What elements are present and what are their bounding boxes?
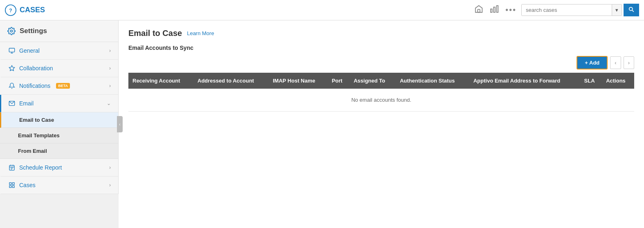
svg-marker-12 (9, 65, 14, 71)
email-subitems: Email to Case Email Templates From Email (0, 112, 118, 159)
more-icon[interactable]: ••• (505, 5, 516, 15)
email-templates-label: Email Templates (18, 132, 60, 139)
col-receiving-account: Receiving Account (128, 73, 193, 89)
page-title: Email to Case (128, 29, 182, 38)
learn-more-link[interactable]: Learn More (187, 30, 214, 36)
sidebar-settings-label: Settings (20, 27, 47, 35)
search-dropdown-button[interactable]: ▾ (612, 4, 622, 16)
search-button[interactable] (624, 4, 639, 16)
sidebar-item-email[interactable]: Email ⌄ (0, 95, 118, 112)
cases-arrow: › (109, 182, 111, 188)
col-authentication-status: Authentication Status (396, 73, 469, 89)
sidebar-wrapper: Settings General › (0, 20, 119, 228)
general-arrow: › (109, 48, 111, 54)
svg-rect-5 (496, 6, 498, 13)
prev-page-button[interactable]: ‹ (610, 56, 621, 69)
svg-rect-22 (9, 186, 11, 188)
search-input[interactable] (522, 4, 612, 16)
sidebar-label-collaboration: Collaboration (19, 65, 53, 72)
empty-state-row: No email accounts found. (128, 89, 634, 112)
col-port: Port (328, 73, 350, 89)
beta-badge: BETA (56, 83, 70, 89)
table-toolbar: + Add ‹ › (128, 56, 634, 69)
chart-icon[interactable] (490, 4, 499, 16)
sidebar-label-cases: Cases (19, 182, 36, 188)
svg-rect-4 (494, 7, 495, 12)
sidebar: Settings General › (0, 20, 119, 194)
svg-text:?: ? (9, 7, 12, 13)
app-title: CASES (20, 6, 45, 14)
sidebar-subitem-email-templates[interactable]: Email Templates (0, 128, 118, 143)
settings-icon (7, 27, 16, 35)
sidebar-label-schedule-report: Schedule Report (19, 164, 62, 171)
collaboration-arrow: › (109, 65, 111, 71)
col-addressed-to-account: Addressed to Account (193, 73, 269, 89)
email-arrow: ⌄ (107, 101, 111, 106)
sidebar-item-schedule-report[interactable]: Schedule Report › (0, 159, 118, 177)
empty-state-message: No email accounts found. (128, 89, 634, 112)
envelope-icon (9, 100, 15, 107)
bell-icon (9, 83, 15, 89)
add-button-label: + Add (585, 60, 599, 66)
main-content: Email to Case Learn More Email Accounts … (119, 20, 644, 228)
email-to-case-label: Email to Case (19, 117, 54, 123)
sidebar-item-cases[interactable]: Cases › (0, 177, 118, 194)
sidebar-label-general: General (19, 47, 40, 54)
sidebar-label-email: Email (19, 100, 34, 107)
col-assigned-to: Assigned To (350, 73, 396, 89)
page-title-row: Email to Case Learn More (128, 29, 634, 38)
top-nav-icons: ••• (474, 4, 516, 16)
from-email-label: From Email (18, 148, 47, 154)
col-actions: Actions (602, 73, 634, 89)
svg-rect-21 (12, 183, 14, 185)
notifications-arrow: › (109, 83, 111, 89)
add-button[interactable]: + Add (577, 56, 608, 69)
sidebar-collapse-handle[interactable]: ‹ (117, 116, 123, 132)
svg-rect-2 (478, 9, 480, 12)
svg-rect-23 (12, 186, 14, 188)
svg-rect-9 (9, 48, 14, 52)
logo-icon: ? (5, 4, 16, 16)
sidebar-item-notifications[interactable]: Notifications BETA › (0, 77, 118, 95)
home-icon[interactable] (474, 4, 483, 16)
top-nav: ? CASES ••• ▾ (0, 0, 644, 20)
cases-icon (9, 182, 15, 188)
main-layout: Settings General › (0, 20, 644, 228)
schedule-icon (9, 164, 15, 171)
sidebar-subitem-from-email[interactable]: From Email (0, 143, 118, 159)
sidebar-item-general[interactable]: General › (0, 42, 118, 60)
svg-rect-20 (9, 183, 11, 185)
search-container: ▾ (521, 4, 622, 16)
app-logo[interactable]: ? CASES (5, 4, 45, 16)
svg-point-6 (629, 7, 633, 11)
next-page-button[interactable]: › (624, 56, 634, 69)
svg-rect-3 (491, 9, 492, 12)
col-sla: SLA (580, 73, 602, 89)
sidebar-label-notifications: Notifications (19, 83, 50, 89)
svg-line-7 (632, 10, 634, 12)
col-apptivo-email: Apptivo Email Address to Forward (469, 73, 580, 89)
svg-rect-14 (9, 165, 14, 170)
table-header-row: Receiving Account Addressed to Account I… (128, 73, 634, 89)
sidebar-header: Settings (0, 20, 118, 42)
monitor-icon (9, 47, 15, 54)
schedule-arrow: › (109, 165, 111, 170)
svg-point-8 (11, 30, 13, 32)
email-accounts-table: Receiving Account Addressed to Account I… (128, 73, 634, 112)
sidebar-item-collaboration[interactable]: Collaboration › (0, 60, 118, 77)
col-imap-host-name: IMAP Host Name (269, 73, 328, 89)
section-title: Email Accounts to Sync (128, 45, 634, 51)
collaboration-icon (9, 65, 15, 72)
sidebar-subitem-email-to-case[interactable]: Email to Case (0, 112, 118, 128)
